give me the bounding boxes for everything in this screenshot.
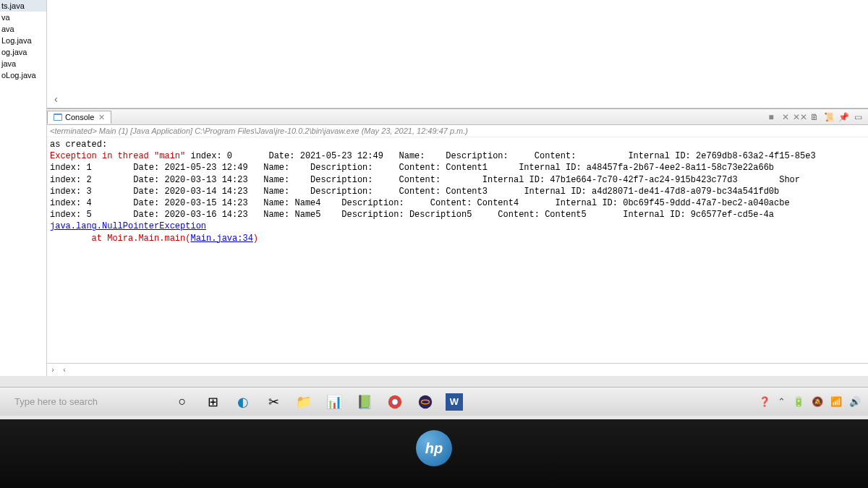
file-item[interactable]: va — [0, 12, 46, 23]
cortana-icon[interactable]: ○ — [172, 392, 192, 412]
app-icon[interactable]: 📗 — [354, 392, 375, 412]
output-line: as created: — [50, 140, 107, 150]
file-item[interactable]: Log.java — [0, 35, 46, 46]
output-text: Content: — [399, 175, 441, 185]
taskbar-search[interactable]: Type here to search — [7, 392, 152, 411]
scroll-left-icon[interactable]: ‹ — [59, 366, 70, 374]
output-text: Date: 2021-05-23 12:49 — [268, 151, 383, 161]
system-tray[interactable]: ❓ ⌃ 🔋 🔕 📶 🔊 — [759, 396, 861, 407]
file-item[interactable]: og.java — [0, 46, 46, 58]
eclipse-icon[interactable] — [415, 392, 435, 412]
output-text: Internal ID: 9c6577ef-cd5e-4a — [623, 210, 774, 220]
file-item[interactable]: java — [0, 58, 46, 69]
output-text: Date: 2020-03-15 14:23 — [133, 198, 247, 208]
output-text: Internal ID: 47b1e664-7c70-42f7-ac24-915… — [482, 175, 738, 185]
output-text: index: 1 — [50, 163, 92, 173]
output-text: Content: Content4 — [430, 198, 519, 208]
output-text: Internal ID: a4d28071-de41-47d8-a079-bc3… — [524, 187, 779, 197]
chrome-icon[interactable] — [385, 392, 405, 412]
output-text: Content: Content5 — [498, 210, 586, 220]
horizontal-scrollbar[interactable]: › ‹ — [47, 363, 868, 376]
output-text: Description: Description5 — [341, 210, 472, 220]
snip-icon[interactable]: ✂ — [263, 392, 284, 412]
chevron-up-icon[interactable]: ⌃ — [778, 396, 786, 407]
app-icon[interactable]: 📊 — [324, 392, 344, 412]
output-text: Name: — [263, 163, 289, 173]
output-text: Name: — [263, 187, 289, 197]
console-icon — [54, 113, 62, 121]
output-text: Name: — [399, 151, 425, 161]
file-item[interactable]: oLog.java — [0, 69, 46, 81]
notifications-icon[interactable]: 🔕 — [812, 396, 823, 407]
output-text: Description: — [310, 187, 373, 197]
output-text: Date: 2020-03-16 14:23 — [133, 210, 247, 220]
output-text: Content: — [535, 151, 576, 161]
output-text: Internal ID: 0bc69f45-9ddd-47a7-bec2-a04… — [556, 198, 790, 208]
output-text: Description: — [310, 163, 373, 173]
output-text: Internal ID: 2e769db8-63a2-4f15-85e3 — [628, 151, 815, 161]
output-text: index: 4 — [50, 198, 92, 208]
output-text: index: 0 — [190, 151, 232, 161]
output-text: Date: 2020-03-13 14:23 — [133, 175, 247, 185]
output-text: Name: — [263, 175, 289, 185]
remove-all-icon[interactable]: ✕✕ — [794, 111, 806, 123]
output-text: Name: Name5 — [263, 210, 320, 220]
console-toolbar: ■ ✕ ✕✕ 🗎 📜 📌 ▭ — [765, 111, 868, 123]
output-text: Description: — [310, 175, 373, 185]
task-view-icon[interactable]: ⊞ — [203, 392, 223, 412]
output-text: Date: 2020-03-14 14:23 — [133, 187, 247, 197]
help-icon[interactable]: ❓ — [759, 396, 770, 407]
display-console-icon[interactable]: ▭ — [852, 111, 864, 123]
clear-console-icon[interactable]: 🗎 — [809, 111, 820, 123]
output-text: Description: — [446, 151, 508, 161]
file-item[interactable]: ts.java — [0, 0, 46, 12]
collapse-icon[interactable]: ‹ — [54, 93, 58, 105]
console-output[interactable]: as created: Exception in thread "main" i… — [47, 137, 868, 363]
output-text: index: 3 — [50, 187, 92, 197]
exception-link[interactable]: java.lang.NullPointerException — [50, 221, 206, 231]
word-icon[interactable]: W — [446, 393, 463, 411]
wifi-icon[interactable]: 📶 — [830, 396, 842, 407]
stacktrace-text: at Moira.Main.main( — [92, 234, 191, 244]
package-explorer[interactable]: ts.java va ava Log.java og.java java oLo… — [0, 0, 47, 376]
editor-pane[interactable]: ‹ — [47, 0, 868, 108]
output-text: Date: 2021-05-23 12:49 — [133, 163, 247, 173]
output-text: Content: Content3 — [399, 187, 488, 197]
console-tab-label: Console — [65, 113, 94, 121]
exception-text: Exception in thread "main" — [50, 151, 185, 161]
scroll-lock-icon[interactable]: 📜 — [823, 111, 835, 123]
terminate-icon[interactable]: ■ — [765, 111, 777, 123]
scroll-right-icon[interactable]: › — [47, 366, 59, 374]
output-text: Content: Content1 — [399, 163, 488, 173]
hp-logo: hp — [416, 430, 452, 466]
output-text: Name: Name4 — [263, 198, 320, 208]
source-link[interactable]: Main.java:34 — [190, 234, 252, 244]
battery-icon[interactable]: 🔋 — [793, 396, 804, 407]
output-text: Internal ID: a48457fa-2b67-4ee2-8a11-58c… — [519, 163, 774, 173]
windows-taskbar[interactable]: Type here to search ○ ⊞ ◐ ✂ 📁 📊 📗 W ❓ ⌃ … — [0, 387, 868, 416]
svg-point-5 — [419, 395, 432, 408]
file-explorer-icon[interactable]: 📁 — [294, 392, 314, 412]
pin-console-icon[interactable]: 📌 — [838, 111, 849, 123]
edge-icon[interactable]: ◐ — [233, 392, 253, 412]
console-status: <terminated> Main (1) [Java Application]… — [47, 125, 868, 137]
stacktrace-text: ) — [253, 234, 258, 244]
svg-rect-1 — [54, 115, 61, 120]
svg-point-4 — [392, 399, 397, 404]
output-text: Shor — [779, 175, 800, 185]
output-text: index: 5 — [50, 210, 92, 220]
volume-icon[interactable]: 🔊 — [849, 396, 861, 407]
file-item[interactable]: ava — [0, 23, 46, 35]
close-tab-icon[interactable]: ✕ — [98, 113, 105, 122]
output-text: Description: — [341, 198, 404, 208]
remove-launch-icon[interactable]: ✕ — [780, 111, 791, 123]
output-text: index: 2 — [50, 175, 92, 185]
console-panel: Console ✕ ■ ✕ ✕✕ 🗎 📜 📌 ▭ <terminated> Ma… — [47, 108, 868, 376]
console-tab[interactable]: Console ✕ — [47, 111, 111, 124]
